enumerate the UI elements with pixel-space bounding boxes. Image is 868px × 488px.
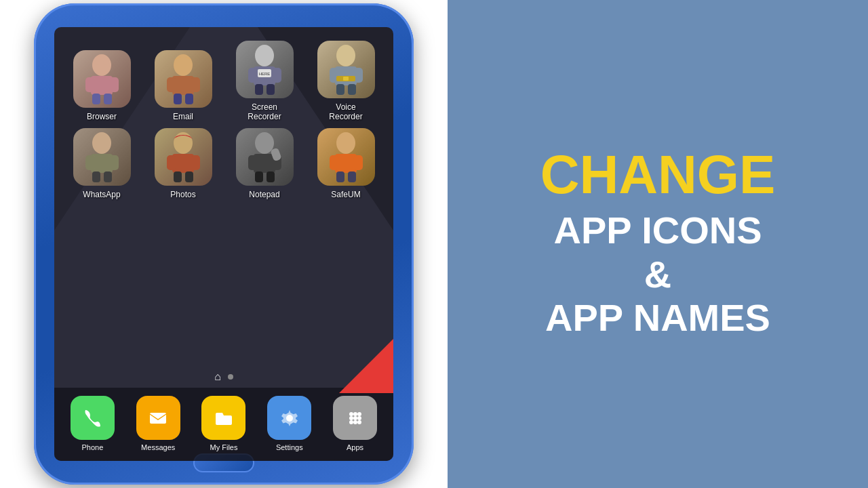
photos-label: Photos: [170, 190, 195, 199]
app-icons-text: APP ICONS & APP NAMES: [545, 209, 770, 340]
svg-point-62: [357, 416, 361, 420]
safeum-label: SafeUM: [331, 190, 360, 199]
svg-rect-38: [167, 155, 176, 170]
svg-rect-27: [348, 84, 356, 95]
right-panel: CHANGE APP ICONS & APP NAMES: [448, 0, 868, 488]
dock-item-phone[interactable]: Phone: [65, 396, 119, 451]
app-item-email[interactable]: Email: [149, 50, 217, 121]
svg-rect-26: [336, 84, 344, 95]
email-icon: [155, 50, 212, 108]
messages-dock-icon: [136, 396, 180, 440]
svg-point-57: [349, 412, 353, 416]
svg-point-61: [353, 416, 357, 420]
home-nav-icon: ⌂: [214, 371, 221, 382]
svg-point-63: [349, 420, 353, 424]
change-title: CHANGE: [540, 148, 776, 202]
app-item-screen-recorder[interactable]: HERE ScreenRecorder: [231, 41, 298, 121]
svg-point-59: [357, 412, 361, 416]
screen-recorder-icon: HERE: [236, 41, 294, 98]
app-names-label: APP NAMES: [545, 296, 770, 339]
photos-icon: [155, 128, 212, 186]
settings-dock-label: Settings: [276, 443, 303, 451]
svg-rect-47: [267, 171, 275, 182]
svg-point-30: [92, 132, 111, 154]
svg-point-14: [255, 45, 274, 66]
browser-label: Browser: [87, 112, 117, 121]
app-item-voice-recorder[interactable]: VoiceRecorder: [312, 41, 380, 121]
dock-item-apps[interactable]: Apps: [328, 396, 382, 451]
svg-rect-16: [248, 68, 258, 83]
svg-rect-19: [267, 84, 275, 95]
svg-rect-5: [104, 94, 112, 104]
phone-dock-icon: [71, 396, 115, 440]
svg-rect-29: [343, 77, 349, 81]
apps-dock-icon: [333, 396, 377, 440]
svg-point-42: [255, 132, 274, 154]
phone-shell: Browser: [34, 3, 414, 485]
svg-rect-33: [109, 155, 119, 170]
svg-rect-39: [191, 155, 200, 170]
svg-rect-51: [330, 155, 339, 170]
svg-rect-35: [104, 171, 112, 182]
app-item-notepad[interactable]: Notepad: [231, 128, 298, 199]
svg-point-58: [353, 412, 357, 416]
svg-rect-44: [248, 155, 258, 170]
svg-point-60: [349, 416, 353, 420]
svg-rect-13: [185, 94, 193, 104]
svg-rect-2: [85, 77, 95, 92]
voice-recorder-label: VoiceRecorder: [329, 102, 362, 121]
dock-item-settings[interactable]: Settings: [262, 396, 317, 451]
svg-rect-53: [336, 171, 344, 182]
svg-rect-17: [272, 68, 281, 83]
svg-rect-46: [255, 171, 263, 182]
svg-point-64: [353, 420, 357, 424]
svg-point-8: [174, 54, 193, 76]
svg-rect-10: [167, 77, 176, 92]
svg-rect-11: [191, 77, 200, 92]
dock-item-messages[interactable]: Messages: [131, 396, 185, 451]
svg-rect-12: [174, 94, 182, 104]
apps-dock-label: Apps: [347, 443, 363, 451]
svg-point-0: [92, 54, 111, 76]
nav-dot-2: [228, 374, 233, 380]
svg-point-6: [95, 60, 100, 65]
messages-dock-label: Messages: [141, 443, 175, 451]
svg-point-49: [336, 132, 355, 154]
svg-rect-40: [174, 171, 182, 182]
dock: Phone Messages: [54, 388, 393, 461]
svg-rect-54: [348, 171, 356, 182]
my-files-dock-icon: [201, 396, 245, 440]
svg-rect-55: [150, 413, 166, 424]
svg-point-22: [336, 45, 355, 66]
left-panel: Browser: [0, 0, 448, 488]
dock-item-my-files[interactable]: My Files: [197, 396, 251, 451]
app-item-safeum[interactable]: SafeUM: [312, 128, 380, 199]
svg-rect-52: [353, 155, 363, 170]
email-label: Email: [173, 112, 193, 121]
app-grid: Browser: [54, 27, 393, 365]
safeum-icon: [317, 128, 375, 186]
svg-rect-32: [85, 155, 95, 170]
whatsapp-icon: [73, 128, 131, 186]
app-item-photos[interactable]: Photos: [149, 128, 217, 199]
browser-icon: [73, 50, 131, 108]
notepad-label: Notepad: [249, 190, 279, 199]
app-item-browser[interactable]: Browser: [68, 50, 136, 121]
my-files-dock-label: My Files: [210, 443, 238, 451]
app-row-2: WhatsApp: [61, 128, 387, 199]
svg-point-65: [357, 420, 361, 424]
ampersand: &: [644, 253, 671, 296]
nav-dots: ⌂: [54, 365, 393, 388]
svg-point-7: [103, 60, 108, 65]
svg-rect-4: [92, 94, 100, 104]
whatsapp-label: WhatsApp: [83, 190, 120, 199]
app-row-1: Browser: [61, 41, 387, 121]
svg-rect-3: [109, 77, 119, 92]
app-item-whatsapp[interactable]: WhatsApp: [68, 128, 136, 199]
screen-content: Browser: [54, 27, 393, 461]
svg-text:HERE: HERE: [258, 72, 270, 76]
svg-rect-18: [255, 84, 263, 95]
screen-recorder-label: ScreenRecorder: [248, 102, 281, 121]
notepad-icon: [236, 128, 294, 186]
svg-rect-41: [185, 171, 193, 182]
